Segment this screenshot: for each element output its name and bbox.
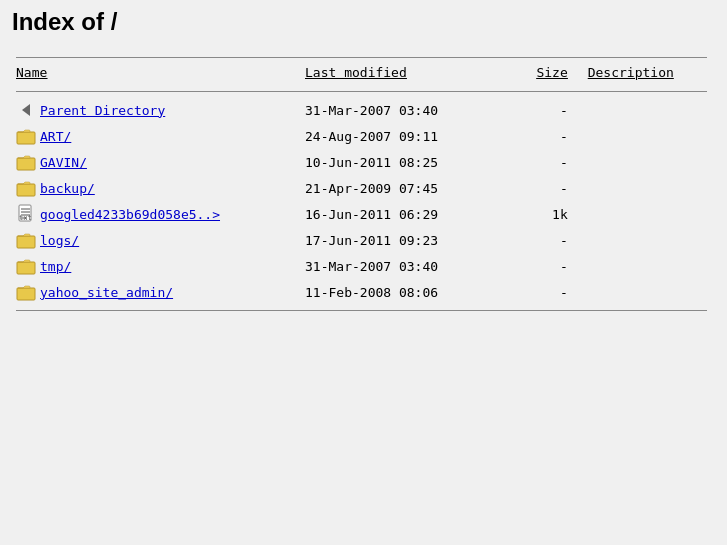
bottom-divider xyxy=(16,310,707,311)
modified-sort-link[interactable]: Last modified xyxy=(305,65,407,80)
header-divider xyxy=(16,91,707,92)
svg-rect-12 xyxy=(17,288,35,300)
file-modified-cell: 10-Jun-2011 08:25 xyxy=(301,149,515,175)
table-header-row: Name Last modified Size Description xyxy=(12,63,715,86)
file-modified-cell: 24-Aug-2007 09:11 xyxy=(301,123,515,149)
file-size-cell: - xyxy=(515,227,584,253)
file-link[interactable]: tmp/ xyxy=(40,259,71,274)
file-size-cell: - xyxy=(515,149,584,175)
file-link[interactable]: Parent Directory xyxy=(40,103,165,118)
svg-rect-10 xyxy=(17,236,35,248)
folder-icon xyxy=(16,230,36,250)
file-name-cell: GAVIN/ xyxy=(12,149,301,175)
table-row: yahoo_site_admin/11-Feb-2008 08:06- xyxy=(12,279,715,305)
name-sort-link[interactable]: Name xyxy=(16,65,47,80)
file-size-cell: - xyxy=(515,123,584,149)
file-name-cell: tmp/ xyxy=(12,253,301,279)
folder-icon xyxy=(16,152,36,172)
svg-rect-3 xyxy=(17,184,35,196)
svg-marker-0 xyxy=(22,104,30,116)
file-description-cell xyxy=(584,279,715,305)
svg-text:txt: txt xyxy=(19,214,32,222)
file-link[interactable]: yahoo_site_admin/ xyxy=(40,285,173,300)
svg-rect-1 xyxy=(17,132,35,144)
col-header-modified[interactable]: Last modified xyxy=(301,63,515,86)
file-link[interactable]: backup/ xyxy=(40,181,95,196)
file-size-cell: - xyxy=(515,253,584,279)
folder-icon xyxy=(16,256,36,276)
file-modified-cell: 11-Feb-2008 08:06 xyxy=(301,279,515,305)
folder-icon xyxy=(16,282,36,302)
file-modified-cell: 31-Mar-2007 03:40 xyxy=(301,97,515,123)
table-row: logs/17-Jun-2011 09:23- xyxy=(12,227,715,253)
file-name-cell: yahoo_site_admin/ xyxy=(12,279,301,305)
file-name-cell: ART/ xyxy=(12,123,301,149)
file-link[interactable]: googled4233b69d058e5..> xyxy=(40,207,220,222)
file-modified-cell: 16-Jun-2011 06:29 xyxy=(301,201,515,227)
table-row: Parent Directory31-Mar-2007 03:40- xyxy=(12,97,715,123)
file-description-cell xyxy=(584,123,715,149)
file-name-cell: backup/ xyxy=(12,175,301,201)
file-description-cell xyxy=(584,201,715,227)
col-header-description: Description xyxy=(584,63,715,86)
table-row: GAVIN/10-Jun-2011 08:25- xyxy=(12,149,715,175)
file-listing-table: Name Last modified Size Description Pare… xyxy=(12,52,715,316)
file-modified-cell: 17-Jun-2011 09:23 xyxy=(301,227,515,253)
folder-icon xyxy=(16,126,36,146)
svg-rect-2 xyxy=(17,158,35,170)
file-size-cell: 1k xyxy=(515,201,584,227)
file-description-cell xyxy=(584,227,715,253)
file-name-cell: Parent Directory xyxy=(12,97,301,123)
file-link[interactable]: ART/ xyxy=(40,129,71,144)
svg-rect-11 xyxy=(17,262,35,274)
table-row: tmp/31-Mar-2007 03:40- xyxy=(12,253,715,279)
file-size-cell: - xyxy=(515,279,584,305)
folder-icon xyxy=(16,178,36,198)
file-modified-cell: 21-Apr-2009 07:45 xyxy=(301,175,515,201)
file-modified-cell: 31-Mar-2007 03:40 xyxy=(301,253,515,279)
col-header-size[interactable]: Size xyxy=(515,63,584,86)
file-description-cell xyxy=(584,175,715,201)
file-icon: txt xyxy=(16,204,36,224)
size-sort-link[interactable]: Size xyxy=(536,65,567,80)
file-size-cell: - xyxy=(515,97,584,123)
table-row: backup/21-Apr-2009 07:45- xyxy=(12,175,715,201)
col-header-name[interactable]: Name xyxy=(12,63,301,86)
file-link[interactable]: GAVIN/ xyxy=(40,155,87,170)
file-link[interactable]: logs/ xyxy=(40,233,79,248)
file-description-cell xyxy=(584,97,715,123)
page-title: Index of / xyxy=(12,8,715,36)
file-size-cell: - xyxy=(515,175,584,201)
top-divider xyxy=(16,57,707,58)
table-row: ART/24-Aug-2007 09:11- xyxy=(12,123,715,149)
file-description-cell xyxy=(584,253,715,279)
table-row: txt googled4233b69d058e5..>16-Jun-2011 0… xyxy=(12,201,715,227)
file-name-cell: logs/ xyxy=(12,227,301,253)
file-name-cell: txt googled4233b69d058e5..> xyxy=(12,201,301,227)
file-description-cell xyxy=(584,149,715,175)
arrow-icon xyxy=(16,100,36,120)
